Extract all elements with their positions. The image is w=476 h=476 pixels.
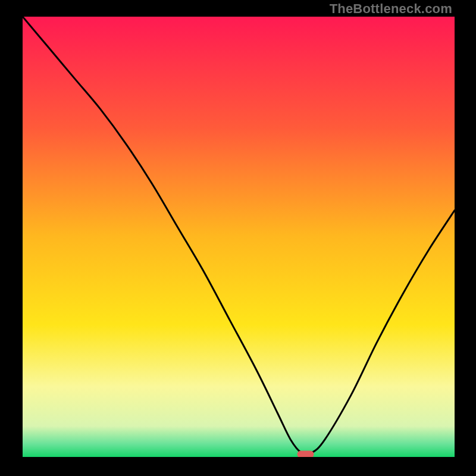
- chart-frame: TheBottleneck.com: [0, 0, 476, 476]
- optimal-marker: [298, 451, 314, 457]
- curve-layer: [23, 17, 455, 457]
- plot-area: [23, 17, 455, 457]
- bottleneck-curve: [23, 17, 455, 454]
- watermark-label: TheBottleneck.com: [330, 1, 452, 17]
